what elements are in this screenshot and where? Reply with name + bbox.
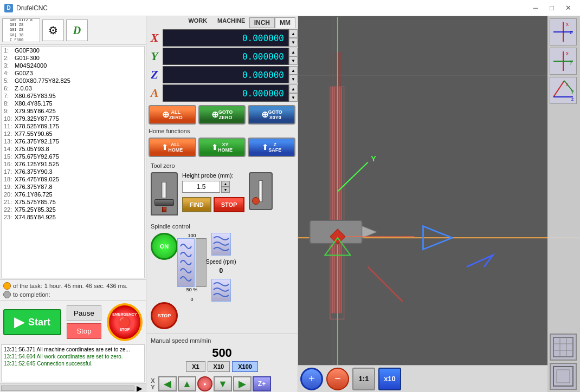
spindle-stop-button[interactable]: STOP — [151, 302, 178, 329]
jog-down-button[interactable]: ▼ — [214, 376, 232, 391]
gcode-line[interactable]: 7:X80.675Y83.95 — [2, 92, 144, 100]
svg-rect-50 — [557, 370, 570, 383]
gcode-num: 10: — [4, 115, 15, 122]
axis-view-1[interactable]: x z — [550, 18, 577, 45]
viewport[interactable]: Y — [298, 16, 580, 392]
gcode-line[interactable]: 23:X74.85Y84.925 — [2, 213, 144, 221]
gcode-line[interactable]: 1:G00F300 — [2, 47, 144, 54]
zoom-out-button[interactable]: − — [326, 368, 349, 390]
all-home-button[interactable]: ⬆ALLHOME — [149, 138, 196, 157]
gcode-num: 7: — [4, 93, 15, 99]
probe-up-btn[interactable]: ▲ — [221, 181, 230, 187]
a-scroll-up[interactable]: ▲ — [289, 84, 298, 93]
gcode-line[interactable]: 3:M04S24000 — [2, 62, 144, 69]
probe-indicator — [249, 172, 273, 210]
settings-button[interactable]: ⚙ — [42, 19, 64, 41]
goto-xoyo-button[interactable]: ⊕GOTOX0Y0 — [248, 105, 295, 125]
svg-text:x: x — [566, 50, 569, 56]
start-button[interactable]: ▶ Start — [3, 309, 61, 335]
all-zero-button[interactable]: ⊕ALLZERO — [149, 105, 196, 125]
minimize-button[interactable]: ─ — [528, 3, 543, 14]
gcode-line[interactable]: 15:X75.675Y92.675 — [2, 153, 144, 160]
x-scroll-up[interactable]: ▲ — [289, 29, 298, 38]
gcode-line[interactable]: 13:X76.375Y92.175 — [2, 138, 144, 145]
x10-view-button[interactable]: x10 — [378, 368, 401, 390]
gcode-line[interactable]: 21:X75.575Y85.75 — [2, 198, 144, 206]
scale-button[interactable]: 1:1 — [352, 368, 375, 390]
gcode-line[interactable]: 11:X78.525Y89.175 — [2, 122, 144, 130]
jog-zplus-button[interactable]: Z+ — [253, 376, 271, 391]
horizontal-scrollbar[interactable]: ▶ — [0, 383, 146, 392]
zero-buttons: ⊕ALLZERO ⊕GOTOZERO ⊕GOTOX0Y0 — [146, 103, 298, 127]
gcode-line[interactable]: 5:G00X80.775Y82.825 — [2, 77, 144, 84]
right-panel[interactable]: Y — [298, 16, 580, 392]
pause-button[interactable]: Pause — [67, 305, 101, 321]
gcode-line[interactable]: 2:G01F300 — [2, 54, 144, 62]
gcode-line[interactable]: 22:X75.25Y85.325 — [2, 206, 144, 213]
zoom-in-button[interactable]: + — [300, 368, 323, 390]
gcode-line[interactable]: 14:X75.05Y93.8 — [2, 145, 144, 153]
axis-view-3[interactable]: x y z — [550, 77, 577, 104]
emergency-stop-button[interactable]: EMERGENCY 🔴 STOP — [107, 303, 143, 341]
scroll-right-btn[interactable]: ▶ — [134, 384, 145, 393]
maximize-button[interactable]: □ — [544, 3, 559, 14]
a-scroll-down[interactable]: ▼ — [289, 93, 298, 102]
jog-center-button[interactable]: ● — [197, 376, 212, 391]
gcode-line[interactable]: 18:X76.475Y89.025 — [2, 175, 144, 183]
logo-button[interactable]: D — [66, 19, 88, 41]
gcode-line[interactable]: 4:G00Z3 — [2, 69, 144, 77]
gcode-line[interactable]: 6:Z-0.03 — [2, 84, 144, 92]
y-scroll-down[interactable]: ▼ — [289, 56, 298, 65]
jog-right-button[interactable]: ▶ — [233, 376, 252, 391]
gcode-text: G00F300 — [15, 47, 40, 54]
grid-view-2[interactable] — [550, 363, 577, 390]
gcode-text: X77.55Y90.65 — [15, 130, 53, 137]
mm-tab[interactable]: MM — [275, 17, 295, 28]
jog-up-button[interactable]: ▲ — [178, 376, 196, 391]
completion-label: to completion: — [13, 291, 50, 298]
axis-view-2[interactable]: x y — [550, 48, 577, 75]
jog-left-button[interactable]: ◀ — [158, 376, 177, 391]
x10-button[interactable]: X10 — [208, 361, 230, 372]
grid-view-1[interactable] — [550, 334, 577, 361]
svg-text:y: y — [570, 58, 572, 64]
stop-button[interactable]: Stop — [67, 323, 101, 339]
gcode-list[interactable]: 1:G00F3002:G01F3003:M04S240004:G00Z35:G0… — [1, 46, 145, 278]
z-scroll-up[interactable]: ▲ — [289, 66, 298, 75]
viewport-bottom-toolbar: + − 1:1 x10 — [298, 365, 547, 392]
x1-button[interactable]: X1 — [186, 361, 205, 372]
gcode-text: X79.325Y87.775 — [15, 115, 59, 122]
a-axis-label[interactable]: A — [146, 84, 163, 102]
probe-down-btn[interactable]: ▼ — [221, 187, 230, 193]
spindle-on-button[interactable]: ON — [151, 233, 178, 260]
xy-home-button[interactable]: ⬆XYHOME — [198, 138, 246, 157]
y-scroll-up[interactable]: ▲ — [289, 48, 298, 56]
close-button[interactable]: ✕ — [560, 3, 576, 14]
x-axis-label[interactable]: X — [146, 29, 163, 47]
z-axis-row: Z 0.000000 ▲ ▼ — [146, 66, 298, 83]
gcode-line[interactable]: 19:X76.375Y87.8 — [2, 183, 144, 191]
gcode-line[interactable]: 20:X76.1Y86.725 — [2, 191, 144, 198]
goto-zero-button[interactable]: ⊕GOTOZERO — [198, 105, 246, 125]
gcode-line[interactable]: 17:X76.375Y90.3 — [2, 168, 144, 175]
gcode-line[interactable]: 16:X76.125Y91.525 — [2, 160, 144, 168]
task-status-icon — [3, 282, 11, 290]
z-safe-button[interactable]: ⬆ZSAFE — [248, 138, 295, 157]
spindle-on-col: ON — [151, 233, 178, 260]
x-scroll-down[interactable]: ▼ — [289, 38, 298, 47]
gcode-line[interactable]: 8:X80.4Y85.175 — [2, 100, 144, 107]
stop-probe-button[interactable]: STOP — [214, 197, 245, 212]
height-probe-input[interactable] — [182, 181, 220, 193]
gcode-line[interactable]: 9:X79.95Y86.425 — [2, 107, 144, 115]
z-axis-label[interactable]: Z — [146, 66, 163, 83]
find-button[interactable]: FIND — [182, 197, 211, 212]
gcode-line[interactable]: 10:X79.325Y87.775 — [2, 115, 144, 122]
x100-button[interactable]: X100 — [232, 361, 258, 372]
x-axis-row: X 0.000000 ▲ ▼ — [146, 29, 298, 47]
gcode-num: 6: — [4, 85, 15, 92]
z-scroll-down[interactable]: ▼ — [289, 75, 298, 83]
inch-tab[interactable]: INCH — [249, 17, 275, 28]
y-axis-label[interactable]: Y — [146, 48, 163, 65]
gcode-line[interactable]: 12:X77.55Y90.65 — [2, 130, 144, 138]
gcode-text: X75.675Y92.675 — [15, 153, 59, 160]
